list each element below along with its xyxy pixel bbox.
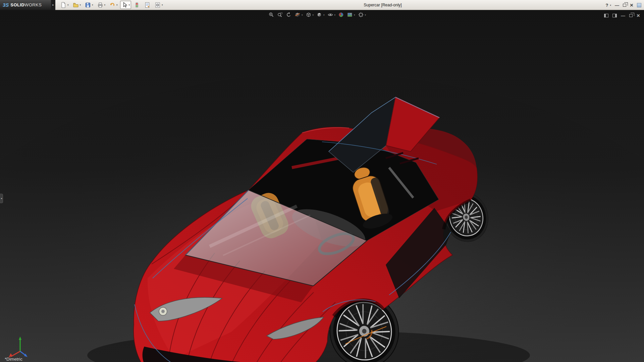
- supercar-model: [0, 10, 644, 362]
- restore-button[interactable]: [623, 4, 626, 7]
- view-settings-button[interactable]: ▾: [358, 12, 366, 18]
- file-properties-icon: [144, 2, 151, 8]
- restore-icon: [623, 4, 626, 7]
- 3ds-logo-icon: 3S: [3, 2, 9, 8]
- select-button[interactable]: ▾: [120, 1, 131, 9]
- document-window-controls: — ×: [604, 13, 640, 18]
- previous-view-icon: [286, 12, 292, 18]
- dropdown-caret[interactable]: ▾: [104, 4, 106, 6]
- dropdown-caret[interactable]: ▾: [162, 4, 163, 6]
- view-orientation-icon: [305, 12, 311, 18]
- print-icon: [97, 2, 104, 8]
- app-titlebar: 3S SOLIDWORKS ▸ ▾ ▾ ▾: [0, 0, 644, 10]
- dropdown-caret[interactable]: ▾: [365, 14, 366, 16]
- window-title: Supercar [Read-only]: [364, 0, 401, 10]
- dropdown-caret[interactable]: ▾: [302, 14, 303, 16]
- zoom-to-fit-button[interactable]: [268, 12, 274, 18]
- dropdown-caret[interactable]: ▾: [334, 14, 335, 16]
- undo-icon: [109, 2, 116, 8]
- select-icon: [121, 2, 128, 8]
- dropdown-caret[interactable]: ▾: [67, 4, 69, 6]
- dropdown-caret[interactable]: ▾: [116, 4, 118, 6]
- new-document-icon: [60, 2, 67, 8]
- display-style-icon: [316, 12, 322, 18]
- open-button[interactable]: ▾: [71, 1, 83, 9]
- brand-text: SOLIDWORKS: [10, 2, 42, 7]
- file-properties-button[interactable]: [143, 1, 152, 9]
- hide-show-items-icon: [327, 12, 333, 18]
- options-icon: [154, 2, 161, 8]
- panel-collapse-tab[interactable]: ◂: [0, 194, 3, 203]
- dropdown-caret[interactable]: ▾: [80, 4, 81, 6]
- graphics-viewport[interactable]: ▾ ▾ ▾ ▾: [0, 10, 644, 362]
- rebuild-icon: [133, 2, 140, 8]
- reference-triad: [6, 332, 33, 360]
- menu-expander[interactable]: ▸: [51, 0, 55, 10]
- solidworks-logo: 3S SOLIDWORKS: [0, 0, 51, 10]
- edit-appearance-button[interactable]: [338, 12, 344, 18]
- display-style-button[interactable]: ▾: [316, 12, 325, 18]
- expander-arrow-icon: ▸: [52, 3, 54, 6]
- dropdown-caret[interactable]: ▾: [354, 14, 355, 16]
- minimize-button[interactable]: —: [615, 3, 619, 7]
- apply-scene-icon: [347, 12, 353, 18]
- save-button[interactable]: ▾: [83, 1, 95, 9]
- dropdown-caret[interactable]: ▾: [323, 14, 325, 16]
- close-button[interactable]: ×: [630, 2, 633, 8]
- window-controls: ? ▾ — ×: [606, 0, 641, 10]
- view-orientation-button[interactable]: ▾: [305, 12, 314, 18]
- window-shade-icon[interactable]: [637, 3, 641, 7]
- help-button[interactable]: ?: [606, 3, 608, 8]
- zoom-to-area-button[interactable]: [277, 12, 283, 18]
- dropdown-caret[interactable]: ▾: [92, 4, 93, 6]
- headsup-view-toolbar: ▾ ▾ ▾ ▾: [268, 12, 366, 18]
- help-dropdown-caret[interactable]: ▾: [610, 4, 611, 6]
- save-icon: [85, 2, 91, 8]
- apply-scene-button[interactable]: ▾: [347, 12, 355, 18]
- rebuild-button[interactable]: [132, 1, 142, 9]
- new-document-button[interactable]: ▾: [59, 1, 70, 9]
- dropdown-caret[interactable]: ▾: [312, 14, 314, 16]
- standard-toolbar: ▾ ▾ ▾ ▾ ▾: [59, 1, 164, 9]
- undo-button[interactable]: ▾: [108, 1, 119, 9]
- view-settings-icon: [358, 12, 364, 18]
- view-orientation-label: *Dimetric: [5, 357, 22, 362]
- zoom-to-area-icon: [277, 12, 283, 18]
- print-button[interactable]: ▾: [96, 1, 107, 9]
- dropdown-caret[interactable]: ▾: [129, 4, 130, 6]
- edit-appearance-icon: [338, 12, 344, 18]
- collapse-arrow-icon: ◂: [1, 197, 2, 200]
- close-document-button[interactable]: ×: [637, 13, 640, 18]
- minimize-document-button[interactable]: —: [621, 13, 625, 18]
- section-view-button[interactable]: ▾: [294, 12, 303, 18]
- open-icon: [72, 2, 79, 8]
- options-button[interactable]: ▾: [153, 1, 164, 9]
- previous-view-button[interactable]: [286, 12, 292, 18]
- zoom-to-fit-icon: [268, 12, 274, 18]
- restore-document-icon: [629, 14, 633, 17]
- show-display-pane-button[interactable]: [612, 14, 617, 17]
- show-feature-pane-button[interactable]: [604, 14, 608, 17]
- restore-document-button[interactable]: [629, 14, 633, 17]
- section-view-icon: [294, 12, 301, 18]
- hide-show-items-button[interactable]: ▾: [327, 12, 335, 18]
